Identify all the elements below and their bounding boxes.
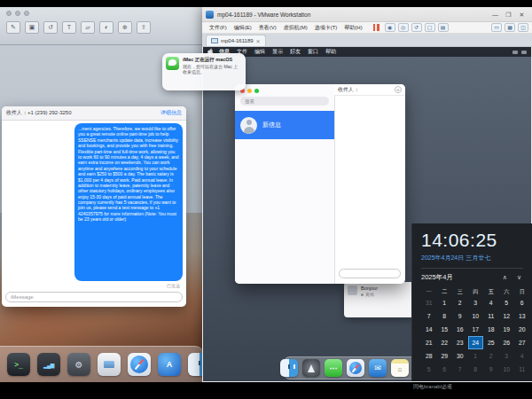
calendar-day[interactable]: 14 [421, 323, 437, 336]
calendar-day[interactable]: 30 [452, 349, 468, 363]
calendar-day[interactable]: 9 [483, 363, 499, 376]
calendar-day[interactable]: 18 [483, 323, 499, 336]
adjust-icon[interactable]: ◐ [99, 21, 113, 34]
calendar-day[interactable]: 1 [468, 349, 484, 363]
power-icon[interactable]: ◉ [385, 23, 395, 32]
minimize-button[interactable]: — [489, 9, 502, 20]
calendar-day[interactable]: 10 [468, 309, 484, 323]
vm-menu-item[interactable]: 显示 [269, 48, 286, 56]
calendar-day[interactable]: 24 [468, 336, 484, 349]
calendar-day[interactable]: 27 [514, 336, 530, 349]
calendar-prev-icon[interactable]: ∧ [503, 274, 507, 281]
add-recipient-button[interactable]: + [395, 86, 402, 93]
zoom-icon[interactable] [254, 89, 259, 93]
vmware-menu-item[interactable]: 查看(V) [255, 24, 280, 32]
markup-icon[interactable]: ✎ [6, 21, 20, 34]
vm-menu-item[interactable]: 好友 [286, 48, 304, 56]
launchpad-icon[interactable] [302, 359, 320, 377]
utilities-icon[interactable] [67, 353, 90, 376]
vmware-menu-item[interactable]: 帮助(H) [340, 24, 365, 32]
calendar-day[interactable]: 31 [421, 296, 437, 309]
calendar-day[interactable]: 29 [437, 349, 453, 363]
zoom-icon[interactable]: ⊕ [118, 21, 132, 34]
calendar-day[interactable]: 19 [499, 323, 515, 336]
calendar-day[interactable]: 15 [437, 323, 453, 336]
calendar-day[interactable]: 5 [421, 363, 437, 376]
rotate-icon[interactable]: ↺ [43, 21, 58, 34]
console-view-icon[interactable]: ▭ [491, 23, 502, 32]
calendar-day[interactable]: 23 [452, 336, 468, 349]
details-button[interactable]: 详细信息 [160, 109, 182, 117]
fullscreen-icon[interactable]: ▢ [425, 23, 435, 32]
buddies-panel[interactable]: Bonjour 离线 [344, 282, 415, 317]
calendar-day[interactable]: 28 [421, 349, 437, 363]
share-icon[interactable]: ⇧ [137, 21, 151, 34]
calendar-day[interactable]: 11 [514, 363, 530, 376]
calendar-day[interactable]: 1 [437, 296, 453, 309]
calendar-day[interactable]: 6 [437, 363, 453, 376]
minimize-icon[interactable] [247, 89, 252, 93]
calendar-day[interactable]: 12 [499, 309, 515, 323]
imessage-input[interactable] [5, 292, 183, 302]
calendar-day[interactable]: 22 [437, 336, 453, 349]
calendar-day[interactable]: 13 [514, 309, 530, 323]
thumbnail-bar-icon[interactable]: ▦ [505, 23, 515, 32]
pause-vm-button[interactable] [371, 23, 382, 32]
snapshot-icon[interactable]: ◎ [398, 23, 409, 32]
calendar-day[interactable]: 2 [483, 349, 499, 363]
vm-menu-item[interactable]: 编辑 [251, 48, 269, 56]
notes-icon[interactable] [391, 359, 409, 377]
menubar-status-icons[interactable] [512, 51, 527, 54]
calendar-day[interactable]: 8 [468, 363, 484, 376]
library-icon[interactable]: ▤ [438, 23, 449, 32]
tab-close-icon[interactable]: ✕ [256, 38, 261, 44]
search-input[interactable]: 搜索 [240, 97, 329, 106]
traffic-lights[interactable] [240, 89, 259, 93]
shapes-icon[interactable]: ▱ [81, 21, 95, 34]
calendar-day[interactable]: 9 [452, 309, 468, 323]
safari-icon[interactable] [128, 353, 151, 376]
app-store-icon[interactable] [158, 353, 181, 376]
message-input[interactable] [339, 269, 401, 278]
calendar-day[interactable]: 7 [452, 363, 468, 376]
vm-menu-item[interactable]: 窗口 [304, 48, 322, 56]
calendar-day[interactable]: 6 [514, 296, 530, 309]
calendar-day[interactable]: 10 [499, 363, 515, 376]
calendar-month-label[interactable]: 2025年4月 [421, 273, 453, 282]
calendar-day[interactable]: 20 [514, 323, 530, 336]
calendar-day[interactable]: 17 [468, 323, 484, 336]
calendar-day[interactable]: 11 [483, 309, 499, 323]
calendar-day[interactable]: 25 [483, 336, 499, 349]
preview-icon[interactable] [98, 353, 121, 376]
crop-icon[interactable]: ▣ [25, 21, 39, 34]
to-field-row[interactable]: 收件人： + [334, 84, 405, 96]
calendar-day[interactable]: 21 [421, 336, 437, 349]
finder-icon[interactable] [280, 359, 298, 377]
calendar-day[interactable]: 3 [468, 296, 484, 309]
calendar-day[interactable]: 16 [452, 323, 468, 336]
vm-menu-item[interactable]: 帮助 [322, 48, 340, 56]
traffic-lights[interactable] [6, 11, 29, 16]
fullscreen-view-icon[interactable]: ◫ [518, 23, 528, 32]
calendar-day[interactable]: 2 [452, 296, 468, 309]
messages-icon[interactable] [325, 359, 342, 377]
vmware-menu-item[interactable]: 虚拟机(M) [280, 24, 311, 32]
calendar-day[interactable]: 8 [437, 309, 453, 323]
calendar-day[interactable]: 4 [483, 296, 499, 309]
calendar-day[interactable]: 7 [421, 309, 437, 323]
calendar-day[interactable]: 5 [499, 296, 515, 309]
calendar-day[interactable]: 3 [499, 349, 515, 363]
terminal-icon[interactable] [7, 353, 30, 376]
calendar-day[interactable]: 4 [514, 349, 530, 363]
mail-icon[interactable] [369, 359, 387, 377]
clock-date-link[interactable]: 2025年4月24日 三月廿七 [421, 254, 532, 262]
text-icon[interactable]: T [62, 21, 76, 34]
maximize-button[interactable]: ❐ [502, 9, 515, 20]
safari-icon[interactable] [347, 359, 364, 377]
notification-banner[interactable]: iMac 正在运行 macOS 现在，您可以在这台 Mac 上收发信息。 [162, 53, 246, 90]
calendar-next-icon[interactable]: ∨ [517, 274, 521, 281]
revert-icon[interactable]: ↺ [411, 23, 422, 32]
conversation-row-selected[interactable]: 新信息 [235, 111, 334, 139]
vmware-menu-item[interactable]: 编辑(E) [231, 24, 255, 32]
close-button[interactable]: ✕ [515, 9, 528, 20]
